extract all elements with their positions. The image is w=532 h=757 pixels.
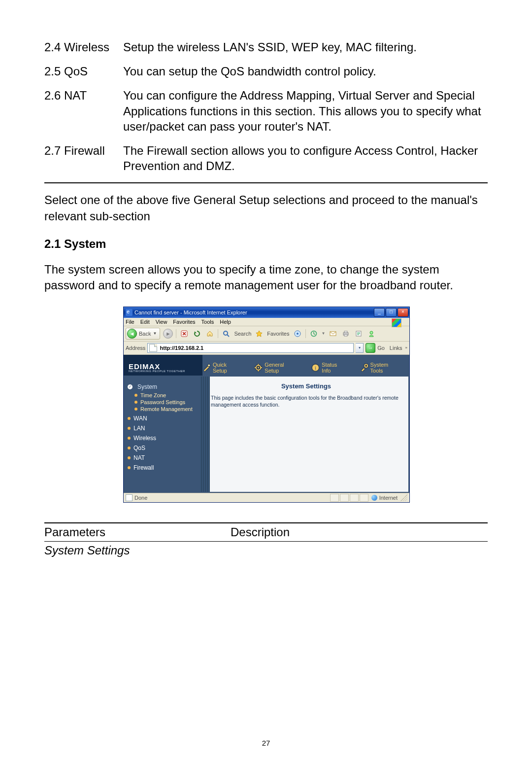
sidebar-item-lan[interactable]: LAN [128, 425, 196, 432]
address-dropdown[interactable]: ▾ [356, 343, 364, 353]
ie-icon [126, 309, 133, 316]
go-button[interactable]: → [366, 343, 375, 353]
close-button[interactable]: × [398, 308, 408, 317]
nav-quick-setup[interactable]: Quick Setup [202, 362, 240, 374]
stop-icon[interactable] [179, 329, 189, 339]
menu-view[interactable]: View [156, 319, 167, 325]
chevron-down-icon[interactable]: ▼ [322, 331, 326, 336]
back-icon: ◄ [127, 329, 137, 339]
windows-flag-icon [392, 318, 401, 327]
svg-point-1 [224, 331, 228, 335]
sidebar-label: Wireless [133, 435, 156, 442]
search-label[interactable]: Search [234, 331, 251, 337]
address-input-wrap[interactable] [147, 343, 354, 353]
resize-grip-icon[interactable] [400, 494, 407, 501]
bullet-icon [128, 456, 131, 459]
check-icon: ✓ [128, 384, 133, 389]
spec-val: You can configure the Address Mapping, V… [123, 88, 488, 134]
refresh-icon[interactable] [192, 329, 202, 339]
nav-label: General Setup [265, 362, 298, 374]
media-icon[interactable] [293, 329, 302, 339]
bullet-icon [134, 401, 137, 404]
maximize-button[interactable]: □ [386, 308, 397, 317]
svg-point-4 [297, 333, 299, 335]
screenshot-figure: Cannot find server - Microsoft Internet … [123, 307, 409, 503]
status-cell [350, 494, 359, 502]
svg-line-2 [227, 335, 229, 337]
status-zone-label: Internet [379, 495, 398, 501]
top-nav: Quick Setup General Setup i Status Info [202, 362, 409, 376]
menu-edit[interactable]: Edit [140, 319, 150, 325]
brand-logo: EDIMAX NETWORKING PEOPLE TOGETHER [124, 360, 202, 376]
edit-icon[interactable] [354, 329, 364, 339]
print-icon[interactable] [341, 329, 351, 339]
spec-key: 2.4 Wireless [44, 39, 123, 55]
nav-status-info[interactable]: i Status Info [311, 362, 346, 374]
status-text: Done [134, 495, 147, 501]
svg-point-11 [370, 331, 373, 334]
favorites-icon[interactable] [254, 329, 264, 339]
sidebar-item-wireless[interactable]: Wireless [128, 435, 196, 442]
page-number: 27 [0, 739, 532, 747]
globe-icon [371, 495, 377, 501]
spec-row: 2.5 QoS You can setup the QoS bandwidth … [44, 64, 488, 79]
router-content: System Settings This page includes the b… [200, 376, 409, 493]
sidebar-label: NAT [133, 454, 145, 461]
links-chevron-icon[interactable]: » [405, 345, 407, 350]
sidebar-item-qos[interactable]: QoS [128, 445, 196, 451]
system-intro: The system screen allows you to specify … [44, 262, 488, 294]
table-header-row: Parameters Description [44, 523, 488, 542]
search-icon[interactable] [221, 329, 231, 339]
forward-button[interactable]: ► [163, 329, 173, 339]
sidebar-sub-remote-management[interactable]: Remote Management [134, 406, 196, 412]
wand-icon [202, 363, 211, 372]
links-label[interactable]: Links [390, 345, 402, 351]
nav-label: Status Info [322, 362, 346, 374]
go-label: Go [377, 345, 385, 351]
menu-favorites[interactable]: Favorites [173, 319, 195, 325]
router-body: ✓ System Time Zone Password Settings Rem… [124, 376, 409, 493]
toolbar: ◄ Back ▼ ► Search Favorites ▼ [124, 326, 409, 342]
sidebar-sub-time-zone[interactable]: Time Zone [134, 392, 196, 398]
content-heading: System Settings [211, 382, 401, 390]
nav-label: System Tools [370, 362, 400, 374]
section-heading: 2.1 System [44, 237, 488, 251]
sidebar-label: Firewall [133, 464, 154, 471]
spec-val: You can setup the QoS bandwidth control … [123, 64, 488, 79]
sidebar-label: Remote Management [140, 406, 193, 412]
history-icon[interactable] [309, 329, 319, 339]
spec-row: 2.7 Firewall The Firewall section allows… [44, 143, 488, 173]
spec-list: 2.4 Wireless Setup the wireless LAN's SS… [44, 39, 488, 173]
menubar: File Edit View Favorites Tools Help [124, 318, 409, 326]
page-icon [126, 494, 133, 501]
sidebar-item-wan[interactable]: WAN [128, 415, 196, 422]
home-icon[interactable] [205, 329, 215, 339]
menu-help[interactable]: Help [220, 319, 231, 325]
svg-point-14 [258, 367, 259, 368]
menu-tools[interactable]: Tools [201, 319, 214, 325]
address-label: Address [126, 345, 145, 351]
page-icon [149, 344, 157, 352]
messenger-icon[interactable] [366, 329, 376, 339]
nav-general-setup[interactable]: General Setup [254, 362, 298, 374]
sidebar-item-system[interactable]: ✓ System [128, 383, 196, 390]
spec-row: 2.6 NAT You can configure the Address Ma… [44, 88, 488, 134]
svg-rect-8 [344, 331, 347, 333]
address-input[interactable] [159, 344, 352, 351]
select-paragraph: Select one of the above five General Set… [44, 192, 488, 224]
menu-file[interactable]: File [126, 319, 134, 325]
sidebar-item-nat[interactable]: NAT [128, 454, 196, 461]
toolbar-separator [176, 329, 176, 338]
status-cell [340, 494, 349, 502]
favorites-label[interactable]: Favorites [267, 331, 289, 337]
back-button[interactable]: ◄ Back ▼ [126, 328, 160, 340]
bullet-icon [128, 437, 131, 440]
nav-system-tools[interactable]: System Tools [360, 362, 400, 374]
sidebar-sub-password-settings[interactable]: Password Settings [134, 399, 196, 405]
minimize-button[interactable]: _ [374, 308, 385, 317]
sidebar-item-firewall[interactable]: Firewall [128, 464, 196, 471]
mail-icon[interactable] [328, 329, 338, 339]
window-title: Cannot find server - Microsoft Internet … [134, 310, 374, 315]
tools-icon [360, 363, 368, 372]
address-bar: Address ▾ → Go Links » [124, 342, 409, 355]
